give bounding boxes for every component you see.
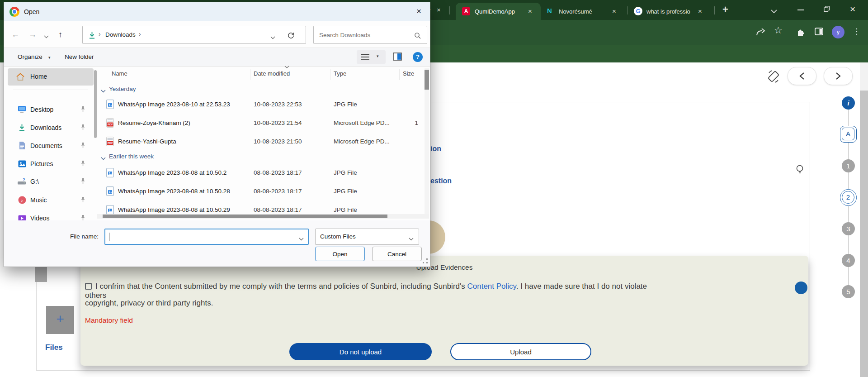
search-input[interactable] [314,26,427,43]
new-folder-button[interactable]: New folder [65,53,94,60]
stepper-question-4[interactable]: 4 [842,254,855,267]
dialog-close-icon[interactable]: × [416,6,421,16]
column-divider[interactable] [330,69,330,80]
file-name-dropdown-chevron-icon[interactable] [299,235,304,242]
list-scrollbar-track[interactable] [425,68,429,218]
rotate-device-icon[interactable] [766,69,781,86]
pictures-icon [18,160,26,169]
floating-action-button[interactable] [795,282,807,294]
side-panel-icon[interactable] [815,28,823,37]
tab-clipped-close-icon[interactable]: × [437,6,441,13]
files-section-label: Files [45,343,63,352]
tab-search-chevron-icon[interactable] [771,7,777,15]
idea-lightbulb-icon[interactable] [795,164,805,177]
pdf-file-icon: PDF [106,118,114,129]
back-icon[interactable]: ← [11,30,19,39]
search-box[interactable] [313,26,427,44]
list-hscrollbar-thumb[interactable] [103,215,387,218]
sidebar-item-label: Pictures [30,160,53,167]
address-bar[interactable]: › Downloads › [82,26,306,44]
stepper-question-1[interactable]: 1 [842,159,855,172]
previous-question-button[interactable] [788,67,816,85]
content-policy-link[interactable]: Content Policy [467,282,516,291]
window-minimize-button[interactable] [797,10,804,10]
tab-google-close-icon[interactable]: × [698,8,702,14]
file-row-date: 08-08-2023 18:17 [254,188,302,195]
sidebar-item-g-drive[interactable]: ? G:\ [8,173,94,190]
open-button[interactable]: Open [315,247,365,261]
stepper-question-5[interactable]: 5 [842,285,855,298]
tab-qumldemoapp[interactable]: A QumlDemoApp × [456,3,541,20]
sidebar-item-downloads[interactable]: Downloads [8,119,94,136]
forward-icon[interactable]: → [28,30,37,39]
view-mode-button[interactable]: ▾ [357,50,386,64]
column-divider[interactable] [250,69,250,80]
do-not-upload-button[interactable]: Do not upload [289,343,432,360]
share-icon[interactable] [756,27,766,38]
dialog-title-bar[interactable]: Open × [4,2,430,21]
file-row-name[interactable]: Resume-Zoya-Khanam (2) [118,119,190,126]
profile-avatar[interactable]: y [832,26,844,38]
sidebar-scrollbar-thumb[interactable] [94,70,97,138]
column-header-type[interactable]: Type [334,70,346,77]
breadcrumb-location[interactable]: Downloads [105,31,136,38]
column-header-name[interactable]: Name [112,70,127,77]
file-name-input[interactable] [105,229,308,244]
group-collapse-chevron-icon[interactable] [101,155,106,162]
address-dropdown-chevron-icon[interactable] [270,34,275,41]
new-tab-button[interactable]: + [722,4,728,15]
window-close-button[interactable]: × [850,4,855,14]
list-view-icon [361,54,369,62]
recent-locations-chevron-icon[interactable] [44,33,49,40]
add-file-tile[interactable]: + [46,306,74,334]
refresh-icon[interactable] [287,32,295,41]
tab-qumldemoapp-close-icon[interactable]: × [528,8,532,14]
file-row-name[interactable]: WhatsApp Image 2023-08-08 at 10.50.29 [118,206,230,213]
file-name-field[interactable] [104,229,309,245]
cancel-button[interactable]: Cancel [372,247,422,261]
file-type-select[interactable]: Custom Files [315,229,419,245]
up-icon[interactable]: ↑ [58,30,62,39]
stepper-attachment-item[interactable]: A [840,126,857,143]
tab-qumldemoapp-label: QumlDemoApp [475,8,515,15]
consent-checkbox[interactable] [85,283,92,290]
stepper-info-item[interactable]: i [842,96,855,110]
file-row-name[interactable]: WhatsApp Image 2023-08-10 at 22.53.23 [118,101,230,108]
browser-menu-icon[interactable]: ⋮ [853,27,860,36]
file-row-name[interactable]: WhatsApp Image 2023-08-08 at 10.50.2 [118,169,226,176]
sidebar-item-pictures[interactable]: Pictures [8,155,94,172]
resize-grip[interactable] [423,258,428,264]
column-header-date-modified[interactable]: Date modified [254,70,290,77]
plus-icon: + [46,311,74,327]
preview-pane-icon[interactable] [393,52,402,62]
sidebar-item-desktop[interactable]: Desktop [8,101,94,118]
next-question-button[interactable] [824,67,853,85]
list-scrollbar-thumb[interactable] [425,70,429,90]
column-header-size[interactable]: Size [403,70,414,77]
sidebar-item-home[interactable]: Home [8,68,94,86]
sidebar-item-music[interactable]: ♪ Music [8,191,94,209]
group-label-yesterday[interactable]: Yesterday [109,86,136,92]
group-collapse-chevron-icon[interactable] [101,87,106,94]
window-restore-button[interactable] [824,6,830,14]
page-scrollbar-thumb[interactable] [860,91,868,377]
view-mode-caret-icon: ▾ [377,54,379,58]
tab-novoresume-close-icon[interactable]: × [612,8,616,14]
stepper-question-3[interactable]: 3 [842,222,855,235]
file-row-type: JPG File [334,206,357,213]
tab-google-search[interactable]: G what is professio × [632,3,710,20]
consent-text-before-link: I confrim that the Content submitted by … [95,282,467,291]
tab-novoresume[interactable]: N Novorésumé × [545,3,625,20]
group-label-earlier-this-week[interactable]: Earlier this week [109,153,154,160]
file-row-name[interactable]: WhatsApp Image 2023-08-08 at 10.50.28 [118,188,230,195]
upload-button[interactable]: Upload [450,343,591,360]
help-icon[interactable]: ? [413,52,423,62]
organize-button[interactable]: Organize [18,53,42,60]
bookmark-star-icon[interactable]: ☆ [774,25,783,36]
stepper-question-2-current[interactable]: 2 [840,189,857,206]
file-row-name[interactable]: Resume-Yashi-Gupta [118,138,176,145]
tab-separator [714,6,715,14]
extensions-puzzle-icon[interactable] [797,27,806,38]
sidebar-item-documents[interactable]: Documents [8,137,94,154]
column-divider[interactable] [399,69,400,80]
